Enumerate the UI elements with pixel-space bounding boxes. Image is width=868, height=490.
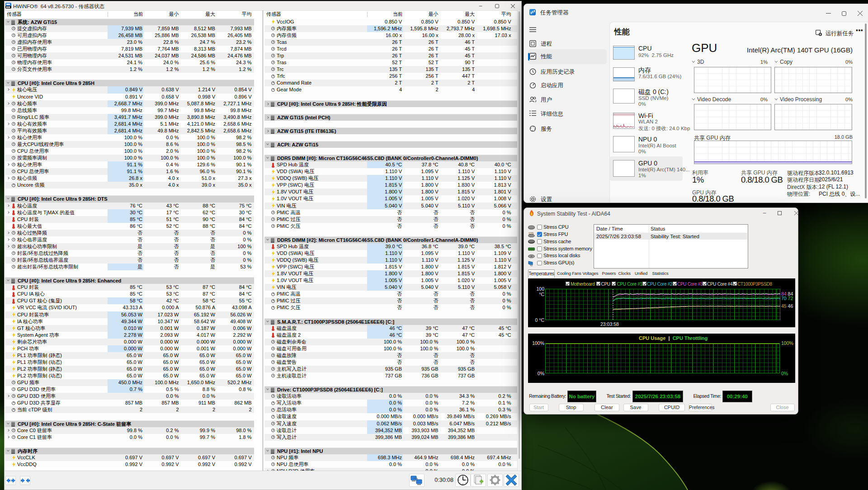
svg-text:123: 123 xyxy=(528,232,533,235)
